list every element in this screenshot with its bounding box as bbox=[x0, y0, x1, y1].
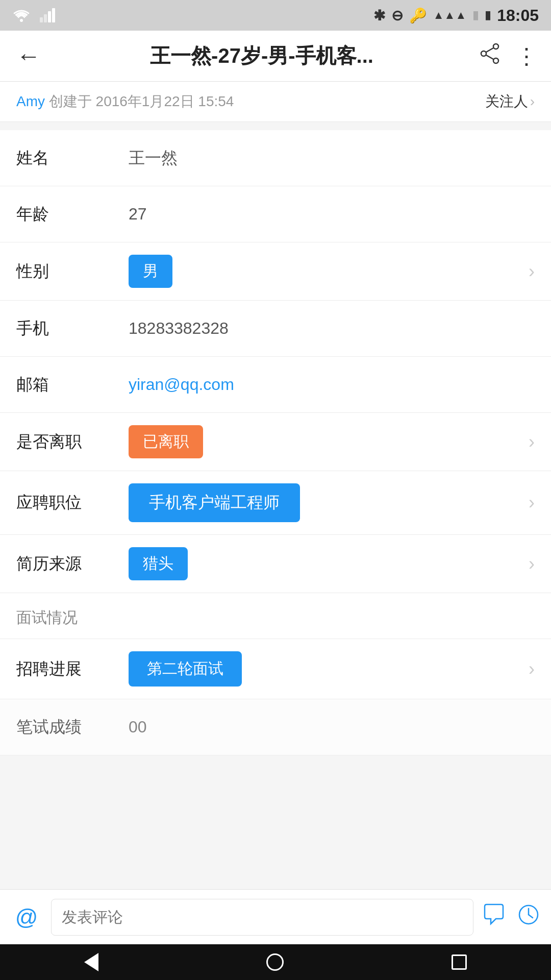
field-row-position[interactable]: 应聘职位 手机客户端工程师 › bbox=[0, 471, 551, 535]
label-phone: 手机 bbox=[16, 317, 129, 340]
no-sim-icon: ▮ bbox=[472, 9, 479, 22]
content-area: 姓名 王一然 年龄 27 性别 男 › 手机 18283382328 邮箱 yi… bbox=[0, 130, 551, 857]
field-row-phone: 手机 18283382328 bbox=[0, 301, 551, 357]
position-badge[interactable]: 手机客户端工程师 bbox=[129, 483, 300, 522]
position-chevron: › bbox=[529, 492, 535, 513]
value-name: 王一然 bbox=[129, 147, 535, 169]
status-bar: ✱ ⊖ 🔑 ▲▲▲ ▮ ▮ 18:05 bbox=[0, 0, 551, 31]
progress-badge[interactable]: 第二轮面试 bbox=[129, 651, 242, 687]
meta-bar: Amy 创建于 2016年1月22日 15:54 关注人 › bbox=[0, 82, 551, 122]
source-chevron: › bbox=[529, 553, 535, 575]
label-email: 邮箱 bbox=[16, 374, 129, 396]
resigned-badge[interactable]: 已离职 bbox=[129, 425, 203, 458]
more-button[interactable]: ⋮ bbox=[515, 45, 539, 67]
value-position: 手机客户端工程师 bbox=[129, 483, 529, 522]
svg-line-9 bbox=[486, 55, 493, 59]
svg-rect-1 bbox=[40, 17, 43, 22]
section-interview: 面试情况 bbox=[0, 593, 551, 639]
nav-bar: ← 王一然-27岁-男-手机客... ⋮ bbox=[0, 31, 551, 82]
share-button[interactable] bbox=[479, 42, 501, 69]
status-bar-left bbox=[12, 6, 57, 24]
field-row-resigned[interactable]: 是否离职 已离职 › bbox=[0, 413, 551, 471]
value-phone: 18283382328 bbox=[129, 319, 535, 338]
android-home-button[interactable] bbox=[266, 953, 284, 971]
back-button[interactable]: ← bbox=[12, 38, 45, 74]
svg-point-7 bbox=[493, 58, 498, 63]
android-back-button[interactable] bbox=[84, 953, 98, 971]
field-row-age: 年龄 27 bbox=[0, 186, 551, 242]
android-nav-bar bbox=[0, 944, 551, 980]
wifi-icon bbox=[12, 6, 31, 24]
creator-name[interactable]: Amy bbox=[16, 93, 45, 109]
page-title: 王一然-27岁-男-手机客... bbox=[55, 42, 468, 70]
minus-icon: ⊖ bbox=[391, 7, 403, 24]
bottom-action-icons bbox=[482, 902, 541, 932]
svg-point-6 bbox=[481, 51, 486, 56]
svg-rect-3 bbox=[48, 11, 51, 22]
key-icon: 🔑 bbox=[409, 7, 427, 24]
follower-chevron: › bbox=[530, 93, 535, 110]
value-gender: 男 bbox=[129, 255, 529, 288]
svg-rect-2 bbox=[44, 14, 47, 22]
nav-actions: ⋮ bbox=[479, 42, 539, 69]
label-position: 应聘职位 bbox=[16, 492, 129, 514]
field-row-progress[interactable]: 招聘进展 第二轮面试 › bbox=[0, 639, 551, 699]
battery-icon: ▮ bbox=[485, 9, 491, 22]
created-at-text: 创建于 2016年1月22日 15:54 bbox=[49, 93, 234, 109]
value-age: 27 bbox=[129, 205, 535, 224]
gender-badge[interactable]: 男 bbox=[129, 255, 172, 288]
label-resigned: 是否离职 bbox=[16, 431, 129, 453]
bottom-comment-bar: @ bbox=[0, 889, 551, 944]
source-badge[interactable]: 猎头 bbox=[129, 547, 188, 580]
at-button[interactable]: @ bbox=[10, 904, 43, 930]
svg-line-12 bbox=[529, 915, 533, 918]
value-email[interactable]: yiran@qq.com bbox=[129, 375, 535, 394]
value-score: 00 bbox=[129, 718, 535, 737]
signal-icon bbox=[39, 6, 57, 24]
resigned-chevron: › bbox=[529, 431, 535, 453]
label-source: 简历来源 bbox=[16, 553, 129, 575]
clock-icon[interactable] bbox=[516, 902, 541, 932]
field-row-name: 姓名 王一然 bbox=[0, 130, 551, 186]
label-progress: 招聘进展 bbox=[16, 658, 129, 680]
label-age: 年龄 bbox=[16, 203, 129, 226]
label-name: 姓名 bbox=[16, 147, 129, 169]
svg-point-0 bbox=[20, 19, 23, 22]
svg-point-5 bbox=[493, 44, 498, 49]
bluetooth-icon: ✱ bbox=[373, 7, 385, 24]
section-label: 面试情况 bbox=[16, 609, 78, 626]
comment-input[interactable] bbox=[51, 899, 473, 936]
gender-chevron: › bbox=[529, 261, 535, 282]
field-row-gender[interactable]: 性别 男 › bbox=[0, 242, 551, 301]
field-row-source[interactable]: 简历来源 猎头 › bbox=[0, 535, 551, 593]
progress-chevron: › bbox=[529, 658, 535, 680]
svg-line-8 bbox=[486, 48, 493, 52]
follower-button[interactable]: 关注人 › bbox=[485, 92, 535, 111]
svg-rect-4 bbox=[52, 8, 55, 22]
field-row-email: 邮箱 yiran@qq.com bbox=[0, 357, 551, 413]
time-display: 18:05 bbox=[497, 6, 539, 25]
android-recents-button[interactable] bbox=[452, 954, 467, 970]
comment-icon[interactable] bbox=[482, 902, 506, 932]
signal-bars-icon: ▲▲▲ bbox=[433, 9, 466, 22]
value-resigned: 已离职 bbox=[129, 425, 529, 458]
label-score: 笔试成绩 bbox=[16, 716, 129, 739]
status-bar-right: ✱ ⊖ 🔑 ▲▲▲ ▮ ▮ 18:05 bbox=[373, 6, 539, 25]
field-row-score: 笔试成绩 00 bbox=[0, 699, 551, 755]
meta-creator: Amy 创建于 2016年1月22日 15:54 bbox=[16, 92, 234, 111]
label-gender: 性别 bbox=[16, 260, 129, 283]
value-source: 猎头 bbox=[129, 547, 529, 580]
value-progress: 第二轮面试 bbox=[129, 651, 529, 687]
